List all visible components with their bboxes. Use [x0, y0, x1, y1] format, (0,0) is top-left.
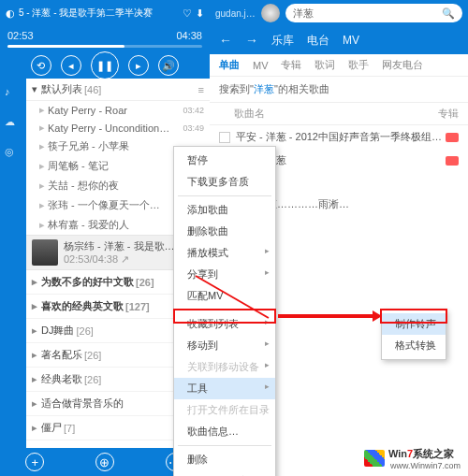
add-button[interactable]: +	[25, 453, 44, 471]
subtab-userradio[interactable]: 网友电台	[382, 58, 423, 72]
expand-icon: ▸	[39, 104, 45, 116]
play-pause-button[interactable]: ❚❚	[91, 51, 119, 79]
share-icon[interactable]: ↗	[121, 253, 129, 265]
menu-del2[interactable]: 删除（包括文件）	[174, 470, 275, 476]
heart-icon[interactable]: ♡	[183, 7, 192, 20]
menu-info[interactable]: 歌曲信息…	[174, 421, 275, 442]
col-album: 专辑	[438, 107, 459, 121]
playlist-header[interactable]: ▾ 默认列表 [46] ≡	[26, 79, 210, 101]
menu-tools[interactable]: 工具	[174, 378, 275, 399]
submenu-convert[interactable]: 格式转换	[382, 335, 446, 356]
annotation-arrow	[278, 314, 379, 318]
menu-open-folder: 打开文件所在目录	[174, 399, 275, 421]
cloud-icon[interactable]: ☁	[5, 116, 22, 133]
time-total: 04:38	[176, 30, 202, 41]
menu-share[interactable]: 分享到	[174, 264, 275, 285]
expand-icon: ▸	[39, 122, 45, 134]
song-row[interactable]: ▸Katy Perry - Roar03:42	[26, 101, 210, 119]
search-input[interactable]: 洋葱 🔍	[285, 4, 462, 22]
song-row[interactable]: ▸Katy Perry - Uncondition…03:49	[26, 119, 210, 137]
progress-bar[interactable]	[7, 45, 202, 48]
user-label[interactable]: gudan.j…	[215, 8, 256, 19]
sync-button[interactable]: ⊕	[95, 453, 114, 471]
watermark: Win7系统之家 www.Winwin7.com	[364, 446, 461, 470]
expand-icon: ▸	[39, 199, 45, 211]
window-title: 5 - 洋葱 - 我是歌手第二季半决赛	[19, 7, 179, 20]
menu-match-mv[interactable]: 匹配MV	[174, 285, 275, 307]
menu-sync: 关联到移动设备	[174, 356, 275, 378]
expand-icon: ▸	[39, 140, 45, 152]
expand-icon: ▸	[39, 160, 45, 172]
prev-button[interactable]: ◂	[61, 55, 81, 76]
back-button[interactable]: ←	[219, 33, 232, 48]
forward-button[interactable]: →	[245, 33, 258, 48]
menu-move[interactable]: 移动到	[174, 335, 275, 356]
mv-badge	[446, 133, 459, 142]
collapse-icon: ▾	[32, 83, 37, 95]
menu-add[interactable]: 添加歌曲	[174, 199, 275, 221]
expand-icon: ▸	[39, 180, 45, 192]
artist-avatar	[32, 239, 58, 266]
app-logo: ◐	[6, 7, 15, 20]
annotation-box	[173, 309, 276, 324]
tab-library[interactable]: 乐库	[271, 33, 294, 49]
mode-button[interactable]: ⟲	[31, 55, 51, 76]
annotation-arrowhead	[373, 310, 382, 322]
windows-flag-icon	[364, 450, 385, 467]
tab-mv[interactable]: MV	[343, 34, 359, 47]
menu-del1[interactable]: 删除	[174, 449, 275, 470]
search-summary: 搜索到"洋葱"的相关歌曲	[210, 77, 468, 102]
music-icon[interactable]: ♪	[5, 86, 22, 103]
user-avatar[interactable]	[261, 4, 280, 22]
time-current: 02:53	[7, 30, 34, 41]
subtab-mv[interactable]: MV	[253, 60, 269, 71]
download-icon[interactable]: ⬇	[196, 7, 204, 20]
list-menu-icon[interactable]: ≡	[198, 84, 204, 95]
tab-radio[interactable]: 电台	[307, 33, 329, 49]
mv-badge	[446, 156, 459, 166]
search-icon[interactable]: 🔍	[442, 7, 455, 20]
subtab-artist[interactable]: 歌手	[348, 58, 369, 72]
menu-more-quality[interactable]: 下载更多音质	[174, 171, 275, 193]
volume-button[interactable]: 🔊	[158, 55, 179, 76]
annotation-box	[380, 309, 447, 324]
next-button[interactable]: ▸	[128, 55, 149, 76]
subtab-lyric[interactable]: 歌词	[314, 58, 335, 72]
menu-pause[interactable]: 暂停	[174, 150, 275, 171]
subtab-song[interactable]: 单曲	[219, 58, 240, 72]
menu-delete[interactable]: 删除歌曲	[174, 221, 275, 242]
expand-icon: ▸	[39, 219, 45, 231]
subtab-album[interactable]: 专辑	[281, 58, 301, 72]
col-songname: 歌曲名	[234, 107, 438, 121]
radio-icon[interactable]: ◎	[5, 146, 22, 163]
row-checkbox[interactable]	[219, 132, 230, 143]
menu-playmode[interactable]: 播放模式	[174, 242, 275, 264]
